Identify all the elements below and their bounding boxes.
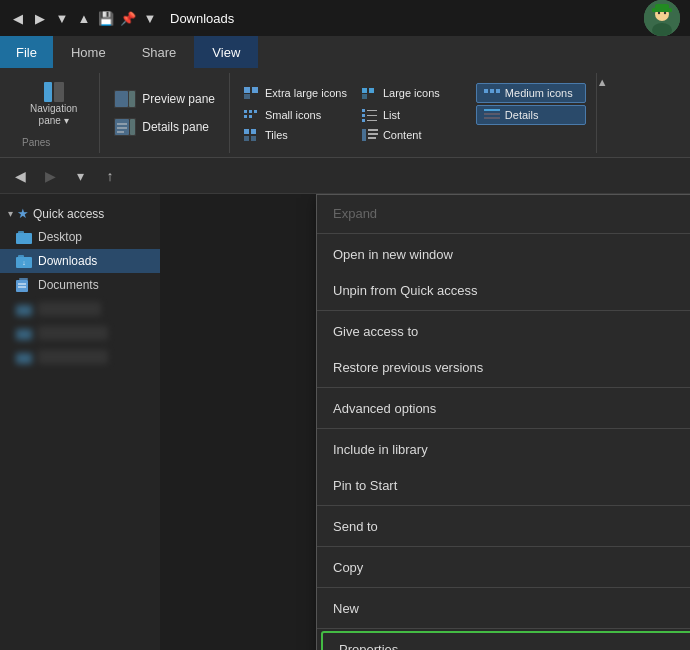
ctx-open-new-window[interactable]: Open in new window xyxy=(317,236,690,272)
svg-rect-11 xyxy=(129,91,135,107)
tiles-button[interactable]: Tiles xyxy=(240,127,350,143)
sidebar-blurred-items: blurred item blurred item2 blurred item3 xyxy=(0,297,160,369)
expand-icon: ▼ xyxy=(142,10,158,26)
svg-rect-25 xyxy=(490,89,494,93)
svg-rect-59 xyxy=(16,329,32,340)
svg-rect-42 xyxy=(251,129,256,134)
medium-icons-button[interactable]: Medium icons xyxy=(476,83,586,103)
extra-large-icons-icon xyxy=(243,86,261,100)
preview-pane-button[interactable]: Preview pane xyxy=(110,86,219,112)
content-icon xyxy=(361,128,379,142)
content-button[interactable]: Content xyxy=(358,127,468,143)
ctx-copy[interactable]: Copy xyxy=(317,549,690,585)
ctx-properties[interactable]: Properties xyxy=(321,631,690,650)
tab-share[interactable]: Share xyxy=(124,36,195,68)
extra-large-icons-button[interactable]: Extra large icons xyxy=(240,83,350,103)
ctx-advanced-options-label: Advanced options xyxy=(333,401,690,416)
details-pane-icon xyxy=(114,116,136,138)
list-button[interactable]: List xyxy=(358,105,468,125)
tab-file[interactable]: File xyxy=(0,36,53,68)
svg-rect-52 xyxy=(18,255,24,258)
content-area: 1 Expand Open in new window Unpin from Q… xyxy=(160,194,690,650)
desktop-label: Desktop xyxy=(38,230,82,244)
svg-rect-27 xyxy=(244,110,247,113)
details-button[interactable]: Details xyxy=(476,105,586,125)
svg-rect-49 xyxy=(16,233,32,244)
save-icon: 💾 xyxy=(98,10,114,26)
svg-rect-20 xyxy=(244,94,250,99)
ctx-send-to[interactable]: Send to › xyxy=(317,508,690,544)
ctx-sep1 xyxy=(317,233,690,234)
large-icons-icon xyxy=(361,86,379,100)
details-pane-button[interactable]: Details pane xyxy=(110,114,219,140)
recent-locations-button[interactable]: ▾ xyxy=(68,164,92,188)
ctx-expand[interactable]: Expand xyxy=(317,195,690,231)
pin-icon: 📌 xyxy=(120,10,136,26)
star-icon: ★ xyxy=(17,206,29,221)
svg-rect-38 xyxy=(484,109,500,111)
svg-rect-40 xyxy=(484,117,500,119)
forward-icon: ▶ xyxy=(32,10,48,26)
svg-rect-55 xyxy=(19,278,28,280)
ctx-sep6 xyxy=(317,546,690,547)
sidebar-item-documents[interactable]: Documents xyxy=(0,273,160,297)
svg-point-5 xyxy=(658,12,660,14)
ctx-sep7 xyxy=(317,587,690,588)
back-button[interactable]: ◀ xyxy=(8,164,32,188)
svg-rect-47 xyxy=(368,133,378,135)
ctx-new[interactable]: New › xyxy=(317,590,690,626)
ctx-include-library-label: Include in library xyxy=(333,442,690,457)
up-button[interactable]: ↑ xyxy=(98,164,122,188)
preview-pane-icon xyxy=(114,88,136,110)
sidebar-item-downloads[interactable]: ↓ Downloads xyxy=(0,249,160,273)
svg-rect-35 xyxy=(367,110,377,111)
extra-large-icons-label: Extra large icons xyxy=(265,87,347,99)
tab-view[interactable]: View xyxy=(194,36,258,68)
panes-section: Navigationpane ▾ Panes xyxy=(8,73,100,153)
small-icons-button[interactable]: Small icons xyxy=(240,105,350,125)
tiles-label: Tiles xyxy=(265,129,288,141)
forward-button[interactable]: ▶ xyxy=(38,164,62,188)
ctx-expand-label: Expand xyxy=(333,206,690,221)
ribbon-content: Navigationpane ▾ Panes Preview pane xyxy=(0,68,690,158)
svg-rect-18 xyxy=(244,87,250,93)
blur2-icon xyxy=(16,325,32,341)
user-avatar xyxy=(644,0,680,36)
ctx-restore-versions[interactable]: Restore previous versions xyxy=(317,349,690,385)
details-label: Details xyxy=(505,109,539,121)
documents-folder-icon xyxy=(16,277,32,293)
svg-rect-60 xyxy=(16,353,32,364)
down-arrow-icon: ▼ xyxy=(54,10,70,26)
ctx-pin-start[interactable]: Pin to Start xyxy=(317,467,690,503)
ribbon-tabs: File Home Share View xyxy=(0,36,690,68)
svg-rect-58 xyxy=(16,305,32,316)
svg-rect-8 xyxy=(54,82,64,102)
downloads-folder-icon: ↓ xyxy=(16,253,32,269)
layout-section: Extra large icons Large icons Medium i xyxy=(230,73,597,153)
svg-rect-43 xyxy=(244,136,249,141)
svg-rect-44 xyxy=(251,136,256,141)
sidebar-item-desktop[interactable]: Desktop xyxy=(0,225,160,249)
ctx-give-access[interactable]: Give access to › xyxy=(317,313,690,349)
panes-label: Panes xyxy=(22,137,50,148)
ctx-include-library[interactable]: Include in library › xyxy=(317,431,690,467)
svg-rect-41 xyxy=(244,129,249,134)
large-icons-button[interactable]: Large icons xyxy=(358,83,468,103)
ctx-open-new-window-label: Open in new window xyxy=(333,247,690,262)
medium-icons-label: Medium icons xyxy=(505,87,573,99)
svg-text:↓: ↓ xyxy=(22,259,26,266)
title-bar: ◀ ▶ ▼ ▲ 💾 📌 ▼ Downloads xyxy=(0,0,690,36)
svg-rect-31 xyxy=(249,115,252,118)
quick-access-header[interactable]: ▾ ★ Quick access xyxy=(0,202,160,225)
ctx-advanced-options[interactable]: Advanced options › xyxy=(317,390,690,426)
svg-rect-37 xyxy=(367,120,377,121)
svg-rect-29 xyxy=(254,110,257,113)
ribbon-collapse-button[interactable]: ▲ xyxy=(597,76,611,88)
svg-rect-22 xyxy=(369,88,374,93)
navigation-pane-button[interactable]: Navigationpane ▾ xyxy=(22,77,85,131)
sidebar-item-blur3: blurred item3 xyxy=(0,345,160,369)
ctx-unpin-label: Unpin from Quick access xyxy=(333,283,690,298)
tab-home[interactable]: Home xyxy=(53,36,124,68)
svg-rect-13 xyxy=(115,119,129,135)
ctx-unpin[interactable]: Unpin from Quick access xyxy=(317,272,690,308)
